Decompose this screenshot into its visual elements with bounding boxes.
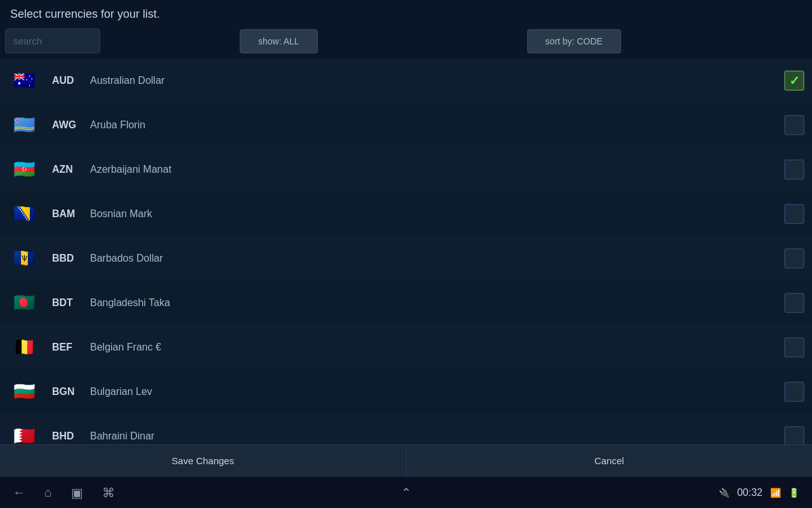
currency-name: Azerbaijani Manat xyxy=(90,164,784,175)
currency-row[interactable]: 🇧🇩BDTBangladeshi Taka xyxy=(0,281,812,325)
currency-row[interactable]: 🇧🇦BAMBosnian Mark xyxy=(0,192,812,236)
currency-checkbox[interactable] xyxy=(784,382,804,402)
currency-code: BHD xyxy=(52,431,90,442)
currency-flag: 🇧🇪 xyxy=(8,336,41,359)
currency-name: Aruba Florin xyxy=(90,119,784,131)
currency-code: AWG xyxy=(52,119,90,131)
wifi-icon: 📶 xyxy=(770,488,781,498)
apps-icon[interactable]: ⌘ xyxy=(102,485,115,500)
search-input[interactable] xyxy=(5,29,100,53)
currency-checkbox[interactable] xyxy=(784,70,804,91)
nav-left-icons: ← ⌂ ▣ ⌘ xyxy=(13,485,115,500)
currency-flag: 🇦🇼 xyxy=(8,114,41,137)
currency-checkbox[interactable] xyxy=(784,293,804,313)
back-icon[interactable]: ← xyxy=(13,485,25,500)
chevron-up-icon[interactable]: ⌃ xyxy=(401,486,412,500)
currency-row[interactable]: 🇧🇭BHDBahraini Dinar xyxy=(0,414,812,446)
bottom-buttons: Save Changes Cancel xyxy=(0,444,812,476)
usb-icon: 🔌 xyxy=(719,488,730,498)
currency-code: AUD xyxy=(52,75,90,86)
currency-name: Bulgarian Lev xyxy=(90,386,784,398)
currency-code: BAM xyxy=(52,208,90,220)
currency-name: Bangladeshi Taka xyxy=(90,297,784,309)
currency-checkbox[interactable] xyxy=(784,115,804,135)
currency-row[interactable]: 🇧🇧BBDBarbados Dollar xyxy=(0,236,812,281)
show-all-button[interactable]: show: ALL xyxy=(240,29,318,53)
currency-name: Barbados Dollar xyxy=(90,253,784,264)
nav-center-icon: ⌃ xyxy=(401,485,412,500)
currency-row[interactable]: 🇦🇺AUDAustralian Dollar xyxy=(0,58,812,103)
currency-checkbox[interactable] xyxy=(784,159,804,180)
nav-right-status: 🔌 00:32 📶 🔋 xyxy=(719,487,799,498)
save-changes-button[interactable]: Save Changes xyxy=(0,444,407,476)
currency-code: AZN xyxy=(52,164,90,175)
page-title: Select currencies for your list. xyxy=(0,0,812,26)
currency-name: Bosnian Mark xyxy=(90,208,784,220)
currency-name: Australian Dollar xyxy=(90,75,784,86)
currency-flag: 🇦🇿 xyxy=(8,158,41,181)
currency-name: Bahraini Dinar xyxy=(90,431,784,442)
currency-flag: 🇧🇩 xyxy=(8,291,41,314)
currency-code: BDT xyxy=(52,297,90,309)
currency-flag: 🇧🇦 xyxy=(8,203,41,225)
currency-code: BBD xyxy=(52,253,90,264)
cancel-button[interactable]: Cancel xyxy=(407,444,813,476)
toolbar: show: ALL sort by: CODE xyxy=(0,26,812,58)
currency-flag: 🇧🇭 xyxy=(8,425,41,446)
currency-list: 🇦🇺AUDAustralian Dollar🇦🇼AWGAruba Florin🇦… xyxy=(0,58,812,446)
currency-checkbox[interactable] xyxy=(784,337,804,358)
currency-row[interactable]: 🇧🇪BEFBelgian Franc € xyxy=(0,325,812,370)
time-display: 00:32 xyxy=(737,487,763,498)
currency-row[interactable]: 🇦🇼AWGAruba Florin xyxy=(0,103,812,147)
currency-row[interactable]: 🇧🇬BGNBulgarian Lev xyxy=(0,370,812,414)
nav-bar: ← ⌂ ▣ ⌘ ⌃ 🔌 00:32 📶 🔋 xyxy=(0,476,812,508)
currency-flag: 🇦🇺 xyxy=(8,69,41,92)
currency-checkbox[interactable] xyxy=(784,426,804,446)
currency-flag: 🇧🇬 xyxy=(8,380,41,403)
currency-checkbox[interactable] xyxy=(784,248,804,269)
sort-by-code-button[interactable]: sort by: CODE xyxy=(527,29,621,53)
currency-code: BGN xyxy=(52,386,90,398)
currency-row[interactable]: 🇦🇿AZNAzerbaijani Manat xyxy=(0,147,812,192)
recents-icon[interactable]: ▣ xyxy=(71,485,83,500)
currency-code: BEF xyxy=(52,342,90,353)
home-icon[interactable]: ⌂ xyxy=(44,485,52,500)
signal-icon: 🔋 xyxy=(789,488,799,498)
currency-flag: 🇧🇧 xyxy=(8,247,41,270)
currency-checkbox[interactable] xyxy=(784,204,804,224)
currency-name: Belgian Franc € xyxy=(90,342,784,353)
